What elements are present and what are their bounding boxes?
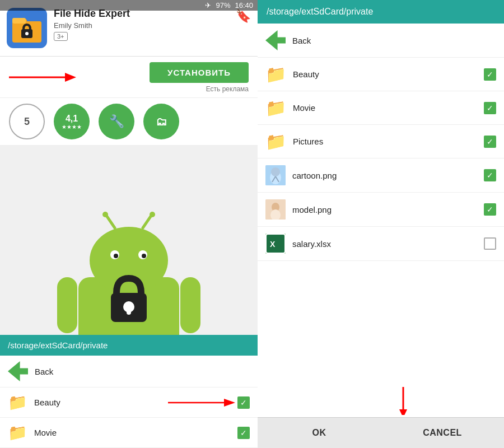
left-dialog-overlay: /storage/extSdCard/private Back 📁 Beauty… (0, 335, 258, 448)
salary-name: salary.xlsx (292, 239, 477, 249)
svg-point-13 (114, 254, 118, 258)
movie-row[interactable]: 📁 Movie ✓ (0, 418, 258, 448)
model-row[interactable]: model.png ✓ (258, 193, 504, 227)
svg-point-10 (90, 227, 168, 294)
red-arrow-install (9, 69, 76, 86)
app-info: File Hide Expert Emily Smith 3+ (54, 8, 229, 41)
app-icon (7, 8, 47, 48)
svg-rect-19 (57, 277, 77, 333)
svg-point-14 (142, 254, 146, 258)
salary-row[interactable]: X salary.xlsx (258, 227, 504, 261)
left-panel: File Hide Expert Emily Smith 3+ 🔖 УСТАНО… (0, 0, 258, 448)
model-name: model.png (292, 205, 477, 214)
back-arrow-icon-right (265, 30, 286, 50)
pictures-check[interactable]: ✓ (484, 136, 496, 148)
left-dialog-path: /storage/extSdCard/private (0, 335, 258, 356)
svg-marker-27 (224, 399, 235, 407)
stat-wrench: 🔧 (99, 104, 134, 139)
ok-button[interactable]: OK (258, 418, 381, 448)
movie-check-right[interactable]: ✓ (484, 102, 496, 114)
svg-point-30 (271, 167, 280, 176)
model-thumbnail (265, 199, 286, 220)
folder-icon: 📁 (8, 393, 27, 412)
svg-point-18 (150, 212, 155, 217)
svg-point-6 (25, 32, 29, 35)
back-label-right: Back (292, 36, 496, 45)
svg-line-17 (143, 216, 151, 228)
red-arrow-cancel (375, 387, 431, 415)
folder-icon: 📁 (8, 423, 27, 442)
svg-line-15 (106, 216, 115, 228)
back-label: Back (35, 367, 250, 376)
beauty-row[interactable]: 📁 Beauty ✓ (0, 388, 258, 418)
movie-row-right[interactable]: 📁 Movie ✓ (258, 91, 504, 125)
battery-level: 97% (216, 1, 230, 10)
app-author: Emily Smith (54, 21, 229, 30)
folder-icon-movie: 📁 (265, 98, 286, 118)
svg-text:X: X (270, 240, 276, 249)
pictures-name: Pictures (293, 137, 477, 146)
time-display: 16:40 (235, 1, 253, 10)
excel-thumbnail: X (265, 234, 286, 254)
stat-copy: 🗂 (143, 104, 179, 139)
status-bar: ✈ 97% 16:40 (0, 0, 258, 11)
beauty-name: Beauty (293, 69, 477, 79)
airplane-mode: ✈ (205, 1, 211, 10)
beauty-check-right[interactable]: ✓ (484, 68, 496, 81)
pictures-row[interactable]: 📁 Pictures ✓ (258, 125, 504, 158)
red-arrow-beauty (168, 396, 235, 409)
svg-marker-8 (65, 73, 76, 82)
folder-icon-beauty: 📁 (265, 64, 286, 84)
stat-downloads: 5 (9, 104, 45, 139)
left-dialog-body: Back 📁 Beauty ✓ 📁 Movie ✓ (0, 356, 258, 448)
model-check[interactable]: ✓ (484, 203, 496, 216)
stat-rating: 4,1 ★★★★ (54, 104, 90, 139)
movie-checkbox[interactable]: ✓ (237, 427, 250, 439)
bookmark-icon: 🔖 (236, 9, 251, 24)
cartoon-check[interactable]: ✓ (484, 169, 496, 181)
svg-rect-4 (12, 18, 26, 24)
cartoon-row[interactable]: cartoon.png ✓ (258, 158, 504, 193)
back-row[interactable]: Back (0, 356, 258, 388)
salary-check[interactable] (484, 237, 496, 250)
right-panel: /storage/extSdCard/private Back 📁 Beauty… (258, 0, 504, 448)
right-dialog-path: /storage/extSdCard/private (258, 0, 504, 24)
install-section: УСТАНОВИТЬ Есть реклама (0, 57, 258, 98)
beauty-checkbox[interactable]: ✓ (237, 396, 250, 409)
svg-point-16 (102, 212, 108, 217)
movie-label: Movie (34, 428, 231, 437)
back-arrow-icon (8, 361, 28, 381)
beauty-row-right[interactable]: 📁 Beauty ✓ (258, 58, 504, 91)
svg-rect-25 (127, 307, 131, 315)
cartoon-name: cartoon.png (292, 171, 477, 180)
cancel-button[interactable]: CANCEL (381, 418, 504, 448)
svg-rect-37 (267, 235, 284, 253)
stats-row: 5 4,1 ★★★★ 🔧 🗂 (0, 98, 258, 146)
age-badge: 3+ (54, 32, 68, 41)
ads-label: Есть реклама (206, 85, 249, 93)
cartoon-thumbnail (265, 165, 286, 185)
install-button[interactable]: УСТАНОВИТЬ (150, 62, 249, 83)
back-row-right[interactable]: Back (258, 24, 504, 58)
svg-marker-40 (399, 409, 407, 415)
folder-icon-pictures: 📁 (265, 132, 286, 151)
file-list: Back 📁 Beauty ✓ 📁 Movie ✓ 📁 Pictures ✓ (258, 24, 504, 417)
svg-rect-20 (180, 277, 200, 333)
movie-name: Movie (293, 103, 477, 113)
dialog-buttons: OK CANCEL (258, 417, 504, 448)
